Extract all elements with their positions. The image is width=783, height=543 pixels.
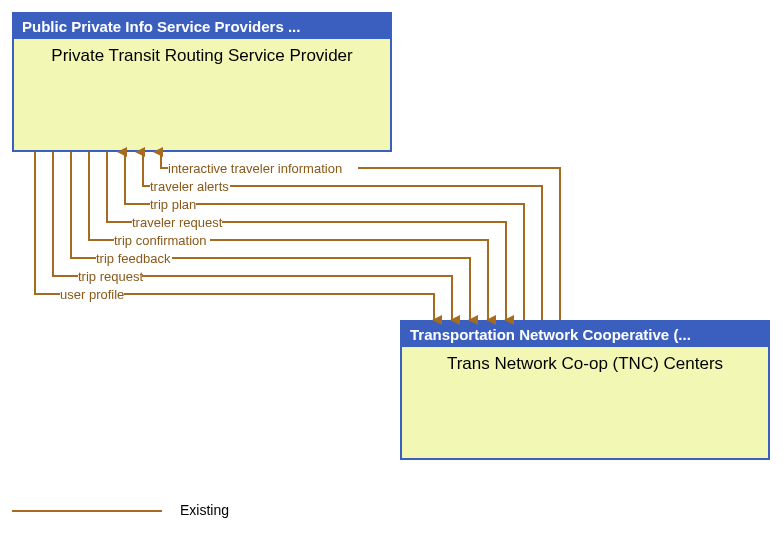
box-private-transit-routing: Public Private Info Service Providers ..… (12, 12, 392, 152)
box-header-bottom: Transportation Network Cooperative (... (402, 322, 768, 347)
flow-label-trip-request: trip request (78, 270, 143, 283)
flow-label-traveler-alerts: traveler alerts (150, 180, 229, 193)
flow-label-trip-feedback: trip feedback (96, 252, 170, 265)
flow-label-traveler-request: traveler request (132, 216, 222, 229)
flow-label-trip-plan: trip plan (150, 198, 196, 211)
flow-label-interactive-traveler-information: interactive traveler information (168, 162, 342, 175)
box-title-bottom: Trans Network Co-op (TNC) Centers (402, 347, 768, 374)
flow-label-user-profile: user profile (60, 288, 124, 301)
box-title-top: Private Transit Routing Service Provider (14, 39, 390, 66)
legend-label-existing: Existing (180, 502, 229, 518)
legend-line-existing (12, 510, 162, 512)
flow-label-trip-confirmation: trip confirmation (114, 234, 206, 247)
box-header-top: Public Private Info Service Providers ..… (14, 14, 390, 39)
box-tnc-centers: Transportation Network Cooperative (... … (400, 320, 770, 460)
diagram-canvas: Public Private Info Service Providers ..… (0, 0, 783, 543)
